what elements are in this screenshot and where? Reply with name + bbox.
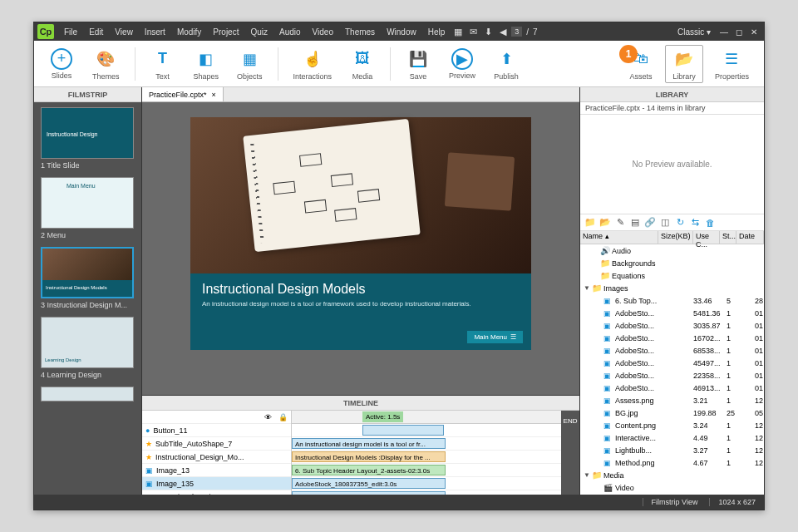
workspace-dropdown[interactable]: Classic ▾ [672, 27, 716, 37]
menu-project[interactable]: Project [208, 27, 244, 37]
menu-help[interactable]: Help [423, 27, 451, 37]
interactions-button[interactable]: ☝Interactions [287, 46, 339, 82]
library-item[interactable]: ▣Lightbulb...3.27112 [580, 444, 764, 456]
library-item[interactable]: ▣AdobeSto...46913...101 [580, 382, 764, 394]
library-tree[interactable]: 🔊Audio 📁Backgrounds 📁Equations ▼📁Images … [580, 244, 764, 495]
image-icon: 🖼 [351, 47, 374, 71]
layout-icon[interactable]: ▦ [451, 26, 465, 37]
shapes-button[interactable]: ◧Shapes [187, 46, 226, 82]
slide-photo [190, 117, 531, 275]
menu-quiz[interactable]: Quiz [245, 27, 273, 37]
menu-view[interactable]: View [110, 27, 138, 37]
props-icon[interactable]: ▤ [628, 216, 642, 229]
refresh-icon[interactable]: ↻ [673, 216, 687, 229]
canvas[interactable]: Instructional Design Models An instructi… [142, 102, 579, 395]
library-item[interactable]: ▣AdobeSto...16702...101 [580, 332, 764, 344]
col-use[interactable]: Use C... [693, 231, 720, 244]
filmstrip-slide-5[interactable] [41, 387, 135, 401]
download-icon[interactable]: ⬇ [481, 26, 495, 37]
publish-button[interactable]: ⬆Publish [487, 46, 525, 82]
page-current[interactable]: 3 [511, 27, 522, 37]
timeline-row[interactable]: ▣Image_135 [142, 477, 291, 490]
menu-themes[interactable]: Themes [340, 27, 380, 37]
folder-icon[interactable]: 📁 [584, 216, 597, 229]
menu-video[interactable]: Video [308, 27, 338, 37]
media-video[interactable]: 🎬Video [580, 481, 764, 494]
minimize-button[interactable]: — [717, 26, 731, 37]
library-item[interactable]: ▣Method.png4.67112 [580, 456, 764, 469]
themes-button[interactable]: 🎨Themes [86, 46, 126, 82]
menubar: Cp File Edit View Insert Modify Project … [34, 22, 764, 41]
library-item[interactable]: ▣AdobeSto...22358...101 [580, 369, 764, 382]
library-button[interactable]: 📂Library [665, 45, 703, 83]
status-bar: Filmstrip View 1024 x 627 [34, 495, 764, 510]
folder-media[interactable]: ▼📁Media [580, 469, 764, 481]
folder-audio[interactable]: 🔊Audio [580, 244, 764, 257]
save-button[interactable]: 💾Save [399, 46, 437, 82]
slides-button[interactable]: +Slides [42, 47, 81, 81]
library-item[interactable]: ▣Content.png3.24112 [580, 419, 764, 431]
folder-equations[interactable]: 📁Equations [580, 269, 764, 282]
filmstrip-header: FILMSTRIP [34, 87, 141, 102]
filmstrip-slide-4[interactable]: Learning Design4 Learning Design [41, 317, 135, 383]
library-header: LIBRARY [580, 87, 764, 102]
menu-audio[interactable]: Audio [274, 27, 306, 37]
library-item[interactable]: ▣AdobeSto...68538...101 [580, 344, 764, 357]
library-item[interactable]: ▣Interactive...4.49112 [580, 431, 764, 444]
slide-title: Instructional Design Models [202, 282, 520, 297]
menu-insert[interactable]: Insert [140, 27, 170, 37]
timeline-panel: TIMELINE 👁🔒 ●Button_11 ★SubTitle_AutoSha… [142, 395, 579, 495]
close-button[interactable]: ✕ [747, 26, 761, 37]
col-size[interactable]: Size(KB) [658, 231, 693, 244]
timeline-row[interactable]: ▣Image_13 [142, 464, 291, 477]
open-icon[interactable]: 📂 [598, 216, 612, 229]
maximize-button[interactable]: ◻ [732, 26, 746, 37]
lock-icon[interactable]: 🔒 [278, 413, 288, 421]
toolbar: +Slides 🎨Themes TText ◧Shapes ▦Objects ☝… [34, 41, 764, 87]
filmstrip-slide-2[interactable]: Main Menu2 Menu [41, 177, 135, 244]
library-item[interactable]: ▣BG.jpg199.882505 [580, 406, 764, 419]
filmstrip-slide-3[interactable]: Instructional Design Models3 Instruction… [41, 247, 135, 313]
slide-view[interactable]: Instructional Design Models An instructi… [190, 117, 531, 350]
library-item[interactable]: ▣6. Sub Top...33.46528 [580, 294, 764, 307]
library-item[interactable]: ▣Assess.png3.21112 [580, 394, 764, 406]
sync-icon[interactable]: ⇆ [688, 216, 702, 229]
library-item[interactable]: ▣AdobeSto...5481.36101 [580, 307, 764, 319]
preview-button[interactable]: ▶Preview [442, 47, 482, 81]
filmstrip-slide-1[interactable]: Instructional Design1 Title Slide [41, 107, 135, 174]
select-icon[interactable]: ◫ [658, 216, 672, 229]
menu-modify[interactable]: Modify [172, 27, 206, 37]
properties-button[interactable]: ☰Properties [708, 46, 756, 82]
tab-practicefile[interactable]: PracticeFile.cptx*× [142, 87, 224, 101]
folder-images[interactable]: ▼📁Images [580, 282, 764, 294]
play-icon: ▶ [451, 48, 473, 70]
media-button[interactable]: 🖼Media [343, 46, 382, 82]
edit-icon[interactable]: ✎ [613, 216, 627, 229]
library-item[interactable]: ▣AdobeSto...45497...101 [580, 357, 764, 369]
plus-icon: + [51, 48, 72, 70]
menu-edit[interactable]: Edit [84, 27, 108, 37]
slide-caption: Instructional Design Models An instructi… [190, 273, 531, 350]
col-st[interactable]: St... [720, 231, 736, 244]
timeline-tracks[interactable]: Active: 1.5s An instructional design mod… [292, 411, 579, 495]
timeline-row[interactable]: ★Instructional_Design_Mo... [142, 451, 291, 464]
timeline-row[interactable]: ★SubTitle_AutoShape_7 [142, 437, 291, 451]
main-menu-button[interactable]: Main Menu☰ [467, 331, 523, 343]
delete-icon[interactable]: 🗑 [703, 216, 717, 229]
menu-file[interactable]: File [59, 27, 82, 37]
text-button[interactable]: TText [144, 46, 182, 82]
col-name[interactable]: Name ▴ [580, 231, 658, 244]
mail-icon[interactable]: ✉ [466, 26, 480, 37]
col-date[interactable]: Date [736, 231, 764, 244]
prev-icon[interactable]: ◀ [496, 26, 510, 37]
app-logo: Cp [37, 24, 54, 39]
tab-close-icon[interactable]: × [212, 91, 216, 99]
timeline-row[interactable]: ●Button_11 [142, 424, 291, 437]
library-item[interactable]: ▣AdobeSto...3035.87101 [580, 319, 764, 332]
objects-button[interactable]: ▦Objects [230, 46, 269, 82]
link-icon[interactable]: 🔗 [643, 216, 657, 229]
menu-window[interactable]: Window [382, 27, 421, 37]
eye-icon[interactable]: 👁 [264, 413, 272, 421]
save-icon: 💾 [406, 47, 430, 71]
folder-backgrounds[interactable]: 📁Backgrounds [580, 257, 764, 269]
